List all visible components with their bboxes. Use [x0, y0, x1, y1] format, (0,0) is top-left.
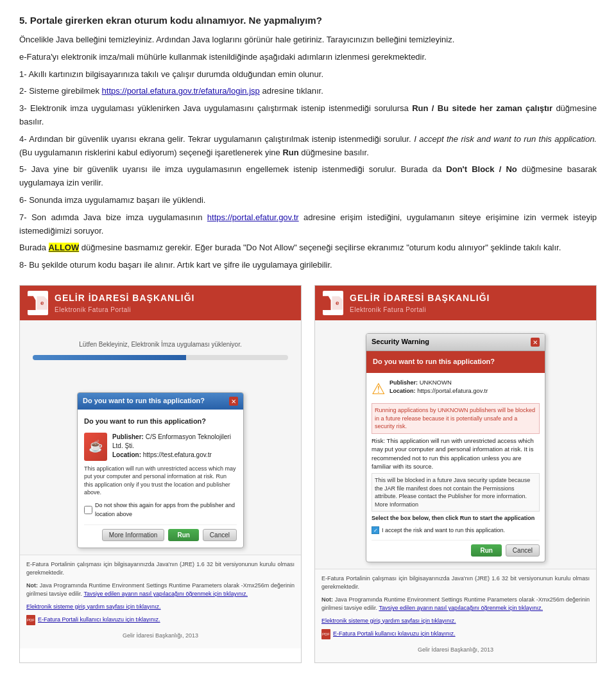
- portal-header-text-right: GELİR İDARESİ BAŞKANLIĞI Elektronik Fatu…: [350, 291, 490, 315]
- checkbox-checked-icon: ✓: [372, 526, 379, 534]
- main-content: 5. Portale girerken ekran oturum kodu al…: [19, 13, 597, 663]
- page-heading: 5. Portale girerken ekran oturum kodu al…: [19, 13, 597, 28]
- svg-text:e: e: [40, 300, 44, 307]
- allow-highlight: ALLOW: [49, 243, 80, 252]
- step5: 5- Java yine bir güvenlik uyarısı ile im…: [19, 163, 597, 190]
- step3-bold: Run / Bu sitede her zaman çalıştır: [412, 103, 552, 113]
- loading-bar-fill: [33, 355, 186, 360]
- step4-italic: I accept the risk and want to run this a…: [414, 134, 597, 144]
- cancel-button-right[interactable]: Cancel: [506, 544, 540, 557]
- step2-link[interactable]: https://portal.efatura.gov.tr/efatura/lo…: [102, 86, 260, 96]
- run-button-right[interactable]: Run: [471, 544, 501, 557]
- step4-bold: Run: [282, 148, 298, 157]
- dialog-checkbox[interactable]: [84, 506, 92, 514]
- loading-bar-container: Lütfen Bekleyiniz, Elektronik İmza uygul…: [26, 327, 295, 373]
- step2: 2- Sisteme girebilmek https://portal.efa…: [19, 85, 597, 98]
- java-icon: ☕: [84, 433, 107, 461]
- warning-normal-text: This will be blocked in a future Java se…: [372, 473, 540, 512]
- svg-text:e: e: [336, 300, 339, 307]
- step8: 8- Bu şekilde oturum kodu başarı ile alı…: [19, 259, 597, 272]
- step5-bold: Don't Block / No: [446, 164, 517, 174]
- footer-company-right: Gelir İdaresi Başkanlığı, 2013: [321, 643, 590, 657]
- para1: Öncelikle Java belleğini temizleyiniz. A…: [19, 33, 597, 47]
- portal-body-right: Security Warning ✕ Do you want to run th…: [315, 320, 596, 568]
- dialog-title-bar: Do you want to run this application? ✕: [78, 393, 243, 410]
- dialog-close-button[interactable]: ✕: [229, 397, 238, 406]
- portal-header-right: e GELİR İDARESİ BAŞKANLIĞI Elektronik Fa…: [315, 286, 596, 320]
- step1: 1- Akıllı kartınızın bilgisayarınıza tak…: [19, 68, 597, 82]
- security-dialog: Security Warning ✕ Do you want to run th…: [366, 333, 545, 562]
- more-info-button[interactable]: More Information: [102, 529, 165, 541]
- run-button-left[interactable]: Run: [168, 529, 198, 541]
- screenshots-row: e GELİR İDARESİ BAŞKANLIĞI Elektronik Fa…: [19, 285, 597, 663]
- dialog-small-text: This application will run with unrestric…: [84, 465, 237, 497]
- warning-info: Publisher: UNKNOWN Location: https://por…: [389, 378, 540, 400]
- loading-bar: [33, 355, 288, 360]
- pdf-anchor-right[interactable]: E-Fatura Portali kullanıcı kılavuzu için…: [333, 630, 456, 639]
- step4: 4- Ardından bir güvenlik uyarısı ekrana …: [19, 133, 597, 160]
- portal-header-text-left: GELİR İDARESİ BAŞKANLIĞI Elektronik Fatu…: [55, 291, 194, 315]
- portal-footer-right: E-Fatura Portalinin çalışması için bilgi…: [315, 569, 596, 662]
- warning-body: ⚠ Publisher: UNKNOWN Location: https://p…: [366, 373, 545, 562]
- help-link-left[interactable]: Elektronik sisteme giriş yardım sayfası …: [26, 603, 161, 610]
- cancel-button-left[interactable]: Cancel: [203, 529, 237, 541]
- step3: 3- Elektronik imza uygulaması yüklenirke…: [19, 102, 597, 129]
- portal-icon-right: e: [323, 291, 343, 315]
- run-dialog: Do you want to run this application? ✕ D…: [77, 392, 244, 548]
- help-link-right[interactable]: Elektronik sisteme giriş yardım sayfası …: [321, 618, 456, 624]
- screenshot-left: e GELİR İDARESİ BAŞKANLIĞI Elektronik Fa…: [19, 285, 302, 663]
- warning-checkbox-row: ✓ I accept the risk and want to run this…: [372, 526, 540, 535]
- pdf-link-left: PDF E-Fatura Portali kullanıcı kılavuzu …: [26, 615, 295, 625]
- portal-body-left: Lütfen Bekleyiniz, Elektronik İmza uygul…: [20, 320, 301, 554]
- sec-dialog-close-button[interactable]: ✕: [531, 338, 540, 347]
- note-link-left[interactable]: Tavsiye edilen ayarın nasıl yapılacağını…: [83, 591, 248, 597]
- sec-dialog-buttons: Run Cancel: [372, 540, 540, 557]
- dialog-checkbox-row: Do not show this again for apps from the…: [84, 501, 237, 519]
- para2: e-Fatura'yı elektronik imza/mali mühürle…: [19, 51, 597, 64]
- screenshot-right: e GELİR İDARESİ BAŞKANLIĞI Elektronik Fa…: [314, 285, 597, 663]
- warning-icon: ⚠: [372, 378, 386, 400]
- step7-allow: Burada ALLOW düğmesine basmamız gerekir.…: [19, 241, 597, 255]
- step7-link[interactable]: https://portal.efatur.gov.tr: [207, 212, 299, 222]
- portal-footer-left: E-Fatura Portalinin çalışması için bilgi…: [20, 555, 301, 648]
- pdf-anchor-left[interactable]: E-Fatura Portali kullanıcı kılavuzu için…: [38, 616, 160, 625]
- risk-row: Risk: This application will run with unr…: [372, 437, 540, 471]
- dialog-info: Publisher: C/S Enformasyon Teknolojileri…: [112, 433, 237, 460]
- note-link-right[interactable]: Tavsiye edilen ayarın nasıl yapılacağını…: [379, 605, 543, 611]
- warning-info-row: ⚠ Publisher: UNKNOWN Location: https://p…: [372, 378, 540, 400]
- warning-header: Do you want to run this application?: [366, 351, 545, 373]
- sec-dialog-title-bar: Security Warning ✕: [366, 334, 545, 351]
- pdf-link-right: PDF E-Fatura Portali kullanıcı kılavuzu …: [321, 629, 590, 639]
- step7: 7- Son adımda Java bize imza uygulamasın…: [19, 211, 597, 238]
- dialog-info-row: ☕ Publisher: C/S Enformasyon Teknolojile…: [84, 433, 237, 461]
- step6: 6- Sonunda imza uygulamamız başarı ile y…: [19, 194, 597, 207]
- dialog-body: Do you want to run this application? ☕ P…: [78, 410, 243, 548]
- warning-red-text: Running applications by UNKNOWN publishe…: [372, 403, 540, 434]
- portal-icon-left: e: [28, 291, 48, 315]
- pdf-icon-right: PDF: [321, 629, 330, 639]
- select-label: Select the box below, then click Run to …: [372, 514, 540, 523]
- pdf-icon-left: PDF: [26, 615, 35, 625]
- portal-header-left: e GELİR İDARESİ BAŞKANLIĞI Elektronik Fa…: [20, 286, 301, 320]
- footer-company-left: Gelir İdaresi Başkanlığı, 2013: [26, 629, 295, 643]
- dialog-buttons: More Information Run Cancel: [84, 524, 237, 541]
